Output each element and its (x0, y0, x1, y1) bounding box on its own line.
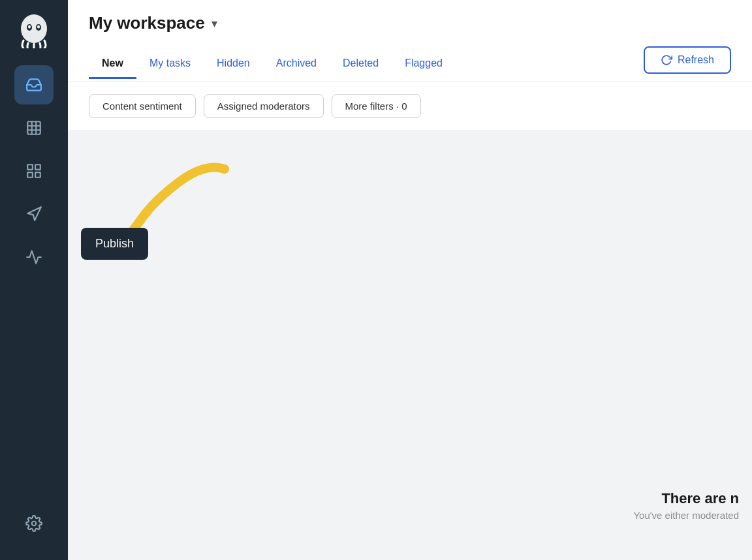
tab-my-tasks[interactable]: My tasks (136, 50, 204, 79)
sidebar-bottom (14, 504, 54, 560)
assigned-moderators-filter[interactable]: Assigned moderators (204, 94, 324, 118)
workspace-title: My workspace (89, 13, 205, 33)
line-chart-icon (25, 249, 42, 266)
sidebar-logo (0, 0, 68, 59)
app-logo-icon (15, 10, 53, 48)
chart-icon (25, 119, 42, 136)
refresh-icon (661, 54, 672, 66)
sidebar (0, 0, 68, 560)
svg-rect-13 (35, 172, 40, 178)
more-filters-button[interactable]: More filters · 0 (332, 94, 421, 118)
tabs-row: New My tasks Hidden Archived Deleted Fla… (89, 46, 731, 82)
grid-icon (25, 163, 42, 179)
megaphone-icon (25, 206, 42, 223)
content-sentiment-filter[interactable]: Content sentiment (89, 94, 196, 118)
svg-rect-12 (27, 172, 33, 178)
tab-new[interactable]: New (89, 50, 136, 79)
tab-flagged[interactable]: Flagged (392, 50, 456, 79)
sidebar-item-reports[interactable] (14, 108, 54, 148)
sidebar-item-inbox[interactable] (14, 65, 54, 104)
publish-tooltip[interactable]: Publish (81, 228, 148, 260)
sidebar-item-settings[interactable] (14, 504, 54, 543)
svg-point-14 (32, 521, 37, 526)
header: My workspace ▾ New My tasks Hidden Archi… (68, 0, 752, 82)
tab-hidden[interactable]: Hidden (204, 50, 263, 79)
svg-rect-11 (35, 164, 40, 170)
gear-icon (25, 515, 42, 532)
sidebar-item-modqueue[interactable] (14, 151, 54, 191)
inbox-icon (25, 76, 42, 93)
workspace-chevron-icon[interactable]: ▾ (212, 16, 217, 31)
empty-state-title: There are n (633, 490, 739, 507)
svg-point-3 (28, 25, 31, 29)
tab-deleted[interactable]: Deleted (330, 50, 392, 79)
sidebar-item-analytics[interactable] (14, 238, 54, 277)
svg-rect-5 (27, 121, 40, 134)
svg-point-0 (21, 14, 47, 43)
svg-point-4 (37, 25, 40, 29)
main-content: My workspace ▾ New My tasks Hidden Archi… (68, 0, 752, 560)
svg-rect-10 (27, 164, 33, 170)
refresh-button[interactable]: Refresh (644, 46, 731, 74)
workspace-title-row: My workspace ▾ (89, 13, 731, 33)
tab-archived[interactable]: Archived (263, 50, 330, 79)
sidebar-item-publish[interactable] (14, 194, 54, 234)
content-area: Publish There are n You've either modera… (68, 130, 752, 560)
sidebar-nav (0, 59, 68, 504)
tabs-container: New My tasks Hidden Archived Deleted Fla… (89, 50, 633, 79)
filters-row: Content sentiment Assigned moderators Mo… (68, 82, 752, 130)
empty-state-subtitle: You've either moderated (633, 510, 739, 521)
empty-state: There are n You've either moderated (633, 490, 752, 521)
